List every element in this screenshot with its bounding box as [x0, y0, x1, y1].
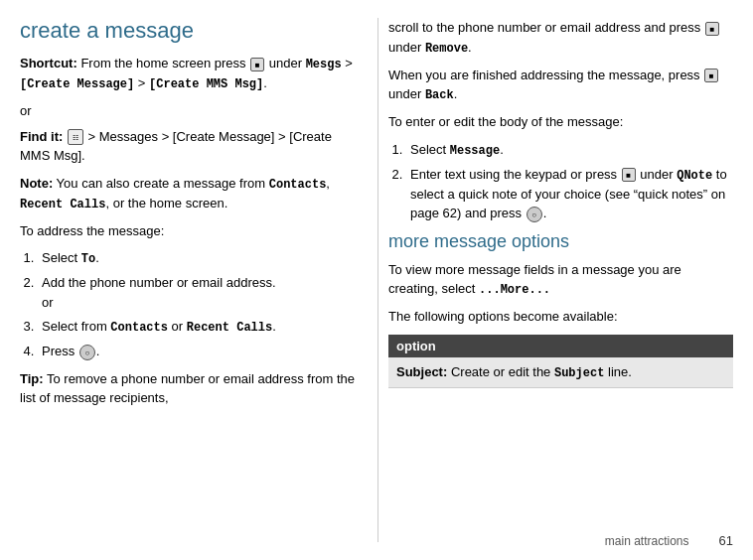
step-3: Select from Contacts or Recent Calls.: [38, 317, 356, 337]
shortcut-sep1: >: [342, 56, 353, 70]
shortcut-mms: [Create MMS Msg]: [149, 77, 263, 91]
subject-bold: Subject: [554, 366, 604, 380]
shortcut-label: Shortcut:: [20, 56, 77, 70]
tip-text: To remove a phone number or email addres…: [20, 371, 355, 406]
step3-or: or: [168, 319, 187, 334]
remove-btn-icon: ■: [705, 22, 719, 36]
tip-cont-text: scroll to the phone number or email addr…: [388, 20, 704, 35]
body-step1-end: .: [500, 142, 504, 157]
body-step1-msg: Message: [450, 144, 500, 158]
finished-para: When you are finished addressing the mes…: [388, 66, 733, 105]
body-steps-list: Select Message. Enter text using the key…: [406, 140, 733, 223]
shortcut-para: Shortcut: From the home screen press ■ u…: [20, 54, 356, 93]
page-layout: create a message Shortcut: From the home…: [0, 0, 753, 560]
shortcut-sep2: >: [134, 75, 149, 90]
remove-label: Remove: [425, 42, 468, 56]
step1-to: To: [81, 252, 95, 266]
note-recent: Recent Calls: [20, 198, 105, 211]
shortcut-mesgs: Mesgs: [306, 58, 342, 71]
step3-contacts: Contacts: [110, 321, 168, 335]
step4-press: Press: [42, 344, 78, 358]
tip-para: Tip: To remove a phone number or email a…: [20, 369, 356, 408]
step-1: Select To.: [38, 248, 356, 268]
page-footer: main attractions 61: [605, 533, 733, 548]
tip-end: .: [468, 40, 472, 55]
findit-label: Find it:: [20, 129, 63, 144]
subject-text: Create or edit the: [447, 364, 554, 379]
shortcut-create: [Create Message]: [20, 77, 134, 91]
step-4: Press ○.: [38, 342, 356, 361]
nav-btn-2-icon: ○: [527, 207, 542, 222]
qnote-btn-icon: ■: [622, 168, 636, 182]
table-row: Subject: Create or edit the Subject line…: [388, 357, 733, 388]
table-header-row: option: [388, 335, 733, 357]
home-screen-btn-icon: ■: [250, 58, 264, 71]
tip-continued: scroll to the phone number or email addr…: [388, 18, 733, 58]
step1-select: Select: [42, 250, 81, 265]
more-ellipsis: ...More...: [479, 283, 550, 297]
or-line-2: or: [42, 295, 54, 310]
body-step-1: Select Message.: [406, 140, 733, 160]
shortcut-under: under: [265, 56, 305, 70]
subject-label: Subject:: [396, 364, 447, 379]
findit-para: Find it: ☷ > Messages > [Create Message]…: [20, 127, 356, 166]
note-contacts: Contacts: [269, 178, 327, 192]
note-label: Note:: [20, 176, 53, 191]
body-step1-select: Select: [410, 142, 450, 157]
body-step2-text: Enter text using the keypad or press: [410, 167, 621, 182]
note-para: Note: You can also create a message from…: [20, 174, 356, 213]
body-step2-end: .: [543, 206, 547, 220]
page-content: create a message Shortcut: From the home…: [0, 0, 753, 560]
more-options-title: more message options: [388, 231, 733, 252]
subject-row-cell: Subject: Create or edit the Subject line…: [388, 357, 733, 388]
finished-text: When you are finished addressing the mes…: [388, 68, 703, 82]
step3-label: Select from: [42, 319, 110, 334]
options-table: option Subject: Create or edit the Subje…: [388, 335, 733, 388]
right-column: scroll to the phone number or email addr…: [377, 18, 733, 542]
tip-under: under: [388, 40, 425, 55]
back-btn-icon: ■: [704, 69, 718, 82]
page-number: 61: [719, 533, 733, 548]
shortcut-period: .: [263, 75, 267, 90]
body-intro: To enter or edit the body of the message…: [388, 112, 733, 132]
or-line-1: or: [20, 101, 356, 121]
back-label: Back: [425, 88, 454, 102]
step1-end: .: [95, 250, 99, 265]
left-column: create a message Shortcut: From the home…: [20, 18, 377, 542]
options-table-wrap: option Subject: Create or edit the Subje…: [388, 335, 733, 388]
table-head: option: [388, 335, 733, 357]
body-step-2: Enter text using the keypad or press ■ u…: [406, 165, 733, 223]
subject-rest: line.: [604, 364, 631, 379]
qnote-label: QNote: [677, 169, 712, 183]
finished-under: under: [388, 86, 425, 101]
step3-end: .: [272, 319, 276, 334]
shortcut-from-text: From the home screen press: [77, 56, 249, 70]
page-title: create a message: [20, 18, 356, 44]
step4-end: .: [96, 344, 100, 358]
option-column-header: option: [388, 335, 733, 357]
note-text: You can also create a message from: [53, 176, 269, 191]
address-intro: To address the message:: [20, 221, 356, 241]
more-options-intro: To view more message fields in a message…: [388, 260, 733, 300]
tip-label: Tip:: [20, 371, 44, 386]
note-comma: ,: [326, 176, 330, 191]
step2-text: Add the phone number or email address.: [42, 275, 276, 290]
table-body: Subject: Create or edit the Subject line…: [388, 357, 733, 388]
nav-btn-icon: ○: [79, 345, 95, 360]
step3-recent: Recent Calls: [187, 321, 272, 335]
menu-icon: ☷: [68, 129, 83, 145]
body-step2-under: under: [637, 167, 677, 182]
footer-label: main attractions: [605, 534, 689, 548]
following-text: The following options become available:: [388, 307, 733, 327]
note-rest: , or the home screen.: [105, 196, 227, 210]
finished-end: .: [454, 86, 458, 101]
step-2: Add the phone number or email address. o…: [38, 273, 356, 312]
steps-list: Select To. Add the phone number or email…: [38, 248, 356, 361]
